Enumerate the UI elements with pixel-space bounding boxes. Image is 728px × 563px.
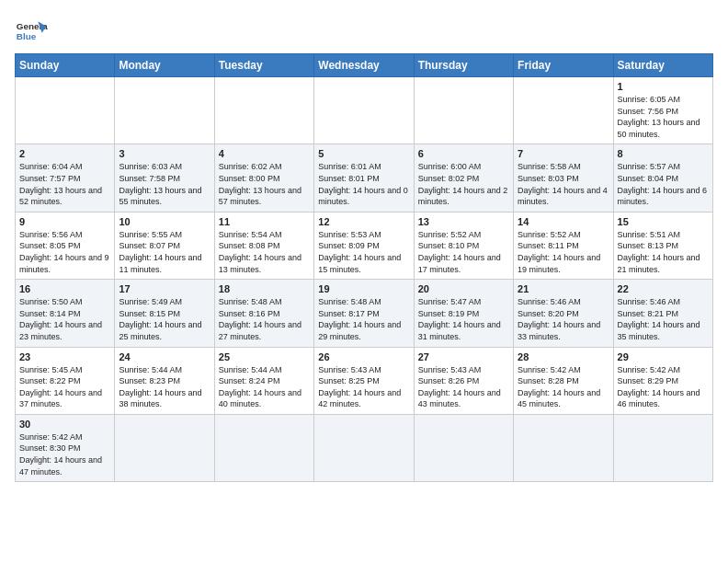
day-number: 29 [618,351,709,362]
day-info: Sunrise: 5:55 AM Sunset: 8:07 PM Dayligh… [119,229,210,275]
day-number: 18 [219,283,310,294]
weekday-header-thursday: Thursday [414,54,513,77]
day-number: 25 [219,351,310,362]
day-cell [214,77,313,144]
day-cell: 30Sunrise: 5:42 AM Sunset: 8:30 PM Dayli… [16,414,115,481]
day-cell: 20Sunrise: 5:47 AM Sunset: 8:19 PM Dayli… [414,280,513,347]
day-cell [613,414,712,481]
day-info: Sunrise: 5:43 AM Sunset: 8:26 PM Dayligh… [418,364,509,410]
day-number: 7 [518,148,609,159]
day-cell: 15Sunrise: 5:51 AM Sunset: 8:13 PM Dayli… [613,212,712,279]
day-info: Sunrise: 5:46 AM Sunset: 8:21 PM Dayligh… [618,296,709,342]
day-info: Sunrise: 5:42 AM Sunset: 8:30 PM Dayligh… [19,431,110,477]
day-cell: 19Sunrise: 5:48 AM Sunset: 8:17 PM Dayli… [314,280,414,347]
day-info: Sunrise: 5:52 AM Sunset: 8:11 PM Dayligh… [518,229,609,275]
day-cell: 25Sunrise: 5:44 AM Sunset: 8:24 PM Dayli… [214,347,313,414]
weekday-header-friday: Friday [514,54,613,77]
day-info: Sunrise: 5:42 AM Sunset: 8:29 PM Dayligh… [618,364,709,410]
page-container: General Blue SundayMondayTuesdayWednesda… [15,15,713,482]
weekday-header-monday: Monday [115,54,214,77]
week-row-1: 1Sunrise: 6:05 AM Sunset: 7:56 PM Daylig… [16,77,713,144]
week-row-3: 9Sunrise: 5:56 AM Sunset: 8:05 PM Daylig… [16,212,713,279]
day-cell: 27Sunrise: 5:43 AM Sunset: 8:26 PM Dayli… [414,347,513,414]
day-cell: 1Sunrise: 6:05 AM Sunset: 7:56 PM Daylig… [613,77,712,144]
day-cell: 7Sunrise: 5:58 AM Sunset: 8:03 PM Daylig… [514,144,613,212]
day-info: Sunrise: 5:42 AM Sunset: 8:28 PM Dayligh… [518,364,609,410]
day-info: Sunrise: 6:02 AM Sunset: 8:00 PM Dayligh… [219,161,310,207]
day-cell [514,414,613,481]
day-info: Sunrise: 6:05 AM Sunset: 7:56 PM Dayligh… [618,94,709,140]
day-cell: 14Sunrise: 5:52 AM Sunset: 8:11 PM Dayli… [514,212,613,279]
day-number: 28 [518,351,609,362]
day-cell: 9Sunrise: 5:56 AM Sunset: 8:05 PM Daylig… [16,212,115,279]
header: General Blue [15,15,713,48]
day-cell: 3Sunrise: 6:03 AM Sunset: 7:58 PM Daylig… [115,144,214,212]
week-row-6: 30Sunrise: 5:42 AM Sunset: 8:30 PM Dayli… [16,414,713,481]
day-info: Sunrise: 5:53 AM Sunset: 8:09 PM Dayligh… [318,229,409,275]
day-number: 11 [219,216,310,227]
day-cell: 17Sunrise: 5:49 AM Sunset: 8:15 PM Dayli… [115,280,214,347]
day-number: 2 [19,148,110,159]
day-cell [115,414,214,481]
day-info: Sunrise: 5:44 AM Sunset: 8:23 PM Dayligh… [119,364,210,410]
logo: General Blue [15,15,48,48]
day-cell: 13Sunrise: 5:52 AM Sunset: 8:10 PM Dayli… [414,212,513,279]
day-number: 5 [318,148,409,159]
day-info: Sunrise: 6:04 AM Sunset: 7:57 PM Dayligh… [19,161,110,207]
day-number: 27 [418,351,509,362]
calendar-table: SundayMondayTuesdayWednesdayThursdayFrid… [15,53,713,482]
day-info: Sunrise: 6:01 AM Sunset: 8:01 PM Dayligh… [318,161,409,207]
day-number: 8 [618,148,709,159]
day-number: 6 [418,148,509,159]
week-row-5: 23Sunrise: 5:45 AM Sunset: 8:22 PM Dayli… [16,347,713,414]
day-cell: 22Sunrise: 5:46 AM Sunset: 8:21 PM Dayli… [613,280,712,347]
day-number: 19 [318,283,409,294]
day-info: Sunrise: 6:03 AM Sunset: 7:58 PM Dayligh… [119,161,210,207]
day-cell: 16Sunrise: 5:50 AM Sunset: 8:14 PM Dayli… [16,280,115,347]
day-info: Sunrise: 5:50 AM Sunset: 8:14 PM Dayligh… [19,296,110,342]
day-cell [16,77,115,144]
day-number: 14 [518,216,609,227]
day-cell: 24Sunrise: 5:44 AM Sunset: 8:23 PM Dayli… [115,347,214,414]
day-info: Sunrise: 5:57 AM Sunset: 8:04 PM Dayligh… [618,161,709,207]
svg-text:Blue: Blue [17,31,37,41]
day-cell: 6Sunrise: 6:00 AM Sunset: 8:02 PM Daylig… [414,144,513,212]
day-cell: 5Sunrise: 6:01 AM Sunset: 8:01 PM Daylig… [314,144,414,212]
day-cell: 18Sunrise: 5:48 AM Sunset: 8:16 PM Dayli… [214,280,313,347]
day-number: 24 [119,351,210,362]
day-info: Sunrise: 5:48 AM Sunset: 8:17 PM Dayligh… [318,296,409,342]
day-info: Sunrise: 5:47 AM Sunset: 8:19 PM Dayligh… [418,296,509,342]
day-info: Sunrise: 6:00 AM Sunset: 8:02 PM Dayligh… [418,161,509,207]
day-cell: 26Sunrise: 5:43 AM Sunset: 8:25 PM Dayli… [314,347,414,414]
day-info: Sunrise: 5:56 AM Sunset: 8:05 PM Dayligh… [19,229,110,275]
day-cell [314,77,414,144]
day-number: 4 [219,148,310,159]
day-cell [314,414,414,481]
day-cell [414,414,513,481]
weekday-header-saturday: Saturday [613,54,712,77]
day-cell: 12Sunrise: 5:53 AM Sunset: 8:09 PM Dayli… [314,212,414,279]
day-cell: 21Sunrise: 5:46 AM Sunset: 8:20 PM Dayli… [514,280,613,347]
day-number: 22 [618,283,709,294]
day-number: 23 [19,351,110,362]
week-row-2: 2Sunrise: 6:04 AM Sunset: 7:57 PM Daylig… [16,144,713,212]
day-cell [115,77,214,144]
day-number: 1 [618,81,709,92]
weekday-header-wednesday: Wednesday [314,54,414,77]
weekday-header-sunday: Sunday [16,54,115,77]
day-cell: 8Sunrise: 5:57 AM Sunset: 8:04 PM Daylig… [613,144,712,212]
day-cell: 29Sunrise: 5:42 AM Sunset: 8:29 PM Dayli… [613,347,712,414]
day-cell [214,414,313,481]
day-cell: 10Sunrise: 5:55 AM Sunset: 8:07 PM Dayli… [115,212,214,279]
day-number: 9 [19,216,110,227]
day-number: 26 [318,351,409,362]
day-info: Sunrise: 5:54 AM Sunset: 8:08 PM Dayligh… [219,229,310,275]
day-number: 10 [119,216,210,227]
day-number: 21 [518,283,609,294]
day-number: 16 [19,283,110,294]
day-cell: 2Sunrise: 6:04 AM Sunset: 7:57 PM Daylig… [16,144,115,212]
week-row-4: 16Sunrise: 5:50 AM Sunset: 8:14 PM Dayli… [16,280,713,347]
day-info: Sunrise: 5:48 AM Sunset: 8:16 PM Dayligh… [219,296,310,342]
day-number: 20 [418,283,509,294]
weekday-header-tuesday: Tuesday [214,54,313,77]
